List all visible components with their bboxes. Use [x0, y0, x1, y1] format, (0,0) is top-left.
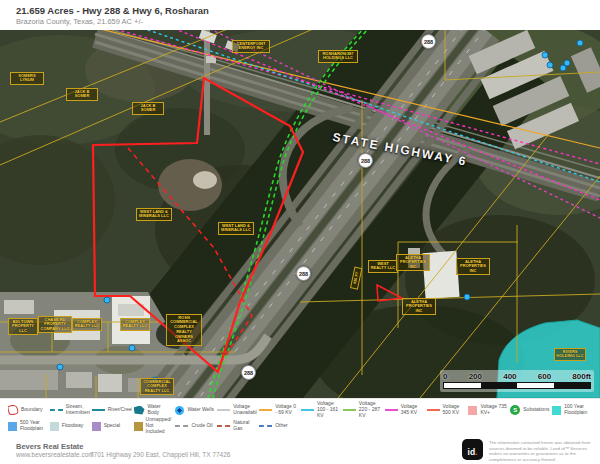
parcel-label: RIVERS HOLDING LLC — [554, 348, 586, 361]
page-subtitle: Brazoria County, Texas, 21.659 AC +/- — [16, 17, 143, 26]
parcel-label: COMPLEX REALTY LLC — [120, 318, 150, 331]
legend-item-water-body: Water Body — [134, 404, 174, 416]
legend-label: River/Creek — [108, 407, 132, 413]
legend-label: Water Body — [148, 404, 174, 416]
water-body-swatch — [134, 406, 145, 415]
legend-label: Voltage 220 - 287 KV — [359, 401, 383, 418]
legend-label: Water Wells — [187, 407, 214, 413]
legend-item-voltage-500: Voltage 500 KV — [427, 404, 467, 416]
legend-item-voltage-735: Voltage 735 KV+ — [468, 404, 508, 416]
parcel-label: COMMERCIAL COMPLEX REALTY LLC — [140, 378, 174, 395]
legend-label: Floodway — [62, 423, 83, 429]
water-well-icon — [57, 364, 63, 370]
voltage-220-287-swatch — [343, 409, 356, 411]
legend-label: Substations — [523, 407, 549, 413]
special-swatch — [92, 422, 101, 431]
scale-tick: 200 — [469, 372, 482, 381]
parcel-label: WEST LAND & MINERALS LLC — [218, 222, 254, 235]
voltage-345-swatch — [385, 409, 398, 411]
legend-item-water-wells: Water Wells — [175, 406, 215, 415]
other-swatch — [259, 425, 272, 427]
scale-bar — [443, 382, 591, 389]
legend: BoundaryStream, IntermittentRiver/CreekW… — [0, 398, 600, 435]
legend-label: Natural Gas — [233, 420, 257, 432]
stream-intermittent-swatch — [50, 409, 63, 411]
landid-logo: id. — [462, 439, 483, 460]
parcel-label: ALETHA PROPERTIES INC — [456, 258, 490, 275]
parcel-label: WEST LAND & MINERALS LLC — [136, 208, 172, 221]
parcel-label: SOMERS LYNUM — [10, 72, 44, 85]
natural-gas-swatch — [217, 425, 230, 427]
substations-swatch: S — [510, 405, 520, 415]
map-canvas — [0, 30, 600, 398]
legend-label: Stream, Intermittent — [66, 404, 90, 416]
floodplain-500yr-swatch — [8, 422, 17, 431]
legend-item-floodplain-100yr: 100 Year Floodplain — [552, 404, 592, 416]
legend-label: Boundary — [21, 407, 42, 413]
scale-tick: 400 — [503, 372, 516, 381]
water-well-icon — [104, 297, 110, 303]
legend-item-floodplain-500yr: 500 Year Floodplain — [8, 420, 48, 432]
parcel-label: ROSN COMMERCIAL COMPLEX REALTY OWNERS AS… — [166, 314, 202, 346]
legend-label: Voltage 0 - 69 KV — [275, 404, 299, 416]
scale-tick: 600 — [538, 372, 551, 381]
legend-label: Unmapped/ Not Included — [146, 417, 174, 434]
floodplain-100yr-swatch — [552, 406, 561, 415]
water-well-icon — [547, 62, 553, 68]
voltage-0-69-swatch — [259, 409, 272, 411]
scale-tick: 800ft — [572, 372, 591, 381]
legend-item-voltage-unavailable: Voltage Unavailable — [217, 404, 257, 416]
river-creek-swatch — [92, 409, 105, 411]
legend-item-voltage-0-69: Voltage 0 - 69 KV — [259, 404, 299, 416]
legend-item-unmapped: Unmapped/ Not Included — [134, 417, 174, 434]
company-address: 7701 Highway 290 East, Chappell Hill, TX… — [90, 451, 230, 458]
scale-tick: 0 — [443, 372, 447, 381]
legend-item-natural-gas: Natural Gas — [217, 420, 257, 432]
legend-label: Other — [275, 423, 288, 429]
water-well-icon — [129, 345, 135, 351]
water-well-icon — [577, 40, 583, 46]
legend-item-floodway: Floodway — [50, 422, 90, 431]
legend-label: Voltage 345 KV — [401, 404, 425, 416]
voltage-500-swatch — [427, 409, 440, 411]
legend-item-river-creek: River/Creek — [92, 407, 132, 413]
legend-label: Voltage Unavailable — [233, 404, 257, 416]
voltage-unavailable-swatch — [217, 409, 230, 411]
parcel-label: CHASE RD PROPERTY COMPANY LLC — [38, 316, 72, 333]
parcel-label: CENTERPOINT ENERGY INC — [232, 40, 270, 53]
legend-label: Special — [104, 423, 120, 429]
legend-label: Voltage 100 - 161 KV — [317, 401, 341, 418]
highway-shield: 288 — [358, 153, 373, 168]
parcel-label: ROSHARON 287 HOLDINGS LLC — [318, 50, 358, 63]
unmapped-swatch — [134, 422, 143, 431]
legend-label: Voltage 500 KV — [443, 404, 467, 416]
highway-shield: 288 — [421, 34, 436, 49]
parcel-label: WEST REALTY LLC — [368, 260, 398, 273]
header: 21.659 Acres - Hwy 288 & Hwy 6, Rosharan… — [0, 0, 600, 30]
water-well-icon — [564, 60, 570, 66]
legend-item-other: Other — [259, 423, 299, 429]
page: 21.659 Acres - Hwy 288 & Hwy 6, Rosharan… — [0, 0, 600, 464]
company-name: Bevers Real Estate — [16, 442, 84, 451]
highway-shield: 288 — [241, 365, 256, 380]
scale-labels: 0200400600800ft — [443, 372, 591, 381]
water-wells-swatch — [175, 406, 184, 415]
legend-label: 100 Year Floodplain — [564, 404, 592, 416]
company-website-link[interactable]: www.beversrealestate.com — [16, 451, 94, 458]
legend-item-crude-oil: Crude Oil — [175, 423, 215, 429]
legend-label: Voltage 735 KV+ — [480, 404, 508, 416]
legend-item-voltage-345: Voltage 345 KV — [385, 404, 425, 416]
logo-dot: . — [475, 447, 477, 457]
legend-item-boundary: Boundary — [8, 405, 48, 415]
highway-shield: 288 — [296, 266, 311, 281]
legend-label: 500 Year Floodplain — [20, 420, 48, 432]
parcel-label: ALETHA PROPERTIES INC — [402, 298, 436, 315]
water-well-icon — [464, 294, 470, 300]
parcel-label: JACK B SOMER — [132, 102, 164, 115]
legend-row-2: 500 Year FloodplainFloodwaySpecialUnmapp… — [0, 418, 600, 434]
legend-label: Crude Oil — [191, 423, 212, 429]
aerial-map: STATE HIGHWAY 6 288288288288 SOMERS LYNU… — [0, 30, 600, 398]
legend-item-voltage-100-161: Voltage 100 - 161 KV — [301, 401, 341, 418]
floodway-swatch — [50, 422, 59, 431]
water-well-icon — [560, 65, 566, 71]
